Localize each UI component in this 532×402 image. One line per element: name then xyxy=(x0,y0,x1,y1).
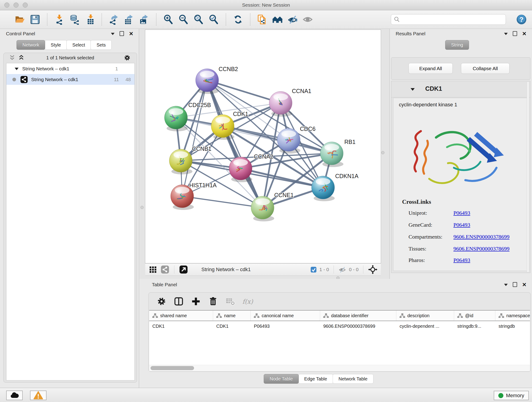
panel-close-icon[interactable]: ✕ xyxy=(129,32,133,36)
hide-selected-eye-slash-icon[interactable] xyxy=(287,14,298,25)
maximize-window-button[interactable] xyxy=(23,2,28,7)
add-column-icon[interactable] xyxy=(191,296,201,306)
scrollbar-thumb[interactable] xyxy=(151,366,194,370)
save-session-icon[interactable] xyxy=(30,14,40,25)
network-edge[interactable] xyxy=(207,80,263,208)
network-edge[interactable] xyxy=(182,80,207,196)
network-node-HIST1H1A[interactable]: HIST1H1A xyxy=(171,182,217,210)
selected-checkbox-icon[interactable] xyxy=(310,267,317,273)
gear-icon[interactable] xyxy=(123,54,131,61)
column-type-icon xyxy=(152,313,158,318)
import-network-icon[interactable] xyxy=(54,14,65,25)
panel-close-icon[interactable]: ✕ xyxy=(522,32,526,36)
crosslink-link[interactable]: 9606.ENSP00000378699 xyxy=(453,234,510,240)
minimize-window-button[interactable] xyxy=(13,2,19,7)
tree-expand-icon[interactable] xyxy=(15,67,19,70)
grid-view-icon[interactable] xyxy=(148,265,158,274)
gene-section-header[interactable]: CDK1 xyxy=(391,81,530,97)
tab-node-table[interactable]: Node Table xyxy=(264,374,299,384)
column-header[interactable]: @id xyxy=(454,311,495,321)
tab-string[interactable]: String xyxy=(445,40,469,50)
network-node-RB1[interactable]: RB1 xyxy=(320,139,355,167)
search-input[interactable] xyxy=(391,14,506,25)
panel-menu-icon[interactable] xyxy=(504,283,508,286)
network-list-box: 1 of 1 Network selected String Network –… xyxy=(3,53,137,383)
table-gear-icon[interactable] xyxy=(157,296,167,306)
collapse-all-button[interactable]: Collapse All xyxy=(461,63,510,74)
show-all-eye-icon[interactable] xyxy=(302,14,313,25)
network-graph[interactable]: CCNB2CDC25BCDK1CCNA1CDC6RB1CCNB1CCNA2CDK… xyxy=(145,30,381,263)
zoom-selected-icon[interactable] xyxy=(209,14,219,25)
home-icon[interactable] xyxy=(272,14,283,25)
export-table-icon[interactable] xyxy=(124,14,134,25)
network-badge-icon[interactable] xyxy=(160,265,170,274)
network-node-CDKN1A[interactable]: CDKN1A xyxy=(312,173,359,201)
network-status-dot xyxy=(12,78,16,81)
column-header[interactable]: name xyxy=(213,311,251,321)
tab-select[interactable]: Select xyxy=(66,40,91,50)
network-node-CCNB2[interactable]: CCNB2 xyxy=(196,66,238,94)
tab-network-table[interactable]: Network Table xyxy=(333,374,374,384)
crosslink-link[interactable]: P06493 xyxy=(453,210,470,216)
crosslink-link[interactable]: 9606.ENSP00000378699 xyxy=(453,246,510,252)
tab-sets[interactable]: Sets xyxy=(90,40,112,50)
warning-status-button[interactable] xyxy=(30,390,46,400)
panel-menu-icon[interactable] xyxy=(111,32,114,35)
right-splitter-handle[interactable] xyxy=(381,151,385,154)
clone-network-icon[interactable] xyxy=(257,14,268,25)
detach-view-icon[interactable] xyxy=(179,265,188,274)
network-collection-row[interactable]: String Network – cdk1 1 xyxy=(6,63,134,74)
column-header[interactable]: namespace xyxy=(495,311,530,321)
delete-column-trash-icon[interactable] xyxy=(208,296,218,306)
panel-float-icon[interactable] xyxy=(120,31,124,36)
column-header[interactable]: description xyxy=(396,311,454,321)
panel-float-icon[interactable] xyxy=(513,282,517,287)
import-database-icon[interactable] xyxy=(69,14,80,25)
tab-style[interactable]: Style xyxy=(45,40,67,50)
export-image-icon[interactable] xyxy=(139,14,149,25)
cloud-status-button[interactable] xyxy=(6,390,23,400)
section-collapse-icon[interactable] xyxy=(411,88,415,91)
table-horizontal-scrollbar[interactable] xyxy=(149,365,530,371)
panel-menu-icon[interactable] xyxy=(504,32,508,35)
refresh-icon[interactable] xyxy=(233,14,243,25)
network-view-canvas[interactable]: CCNB2CDC25BCDK1CCNA1CDC6RB1CCNB1CCNA2CDK… xyxy=(145,30,381,263)
panel-float-icon[interactable] xyxy=(513,31,517,36)
function-builder-icon[interactable]: f(x) xyxy=(242,298,253,305)
export-network-icon[interactable] xyxy=(109,14,119,25)
gene-details-body: cyclin-dependent kinase 1 CrossLinks xyxy=(393,98,528,271)
tab-edge-table[interactable]: Edge Table xyxy=(298,374,333,384)
memory-button[interactable]: Memory xyxy=(494,391,529,400)
zoom-in-icon[interactable] xyxy=(163,14,174,25)
tab-network[interactable]: Network xyxy=(17,40,45,50)
node-label: CDC6 xyxy=(300,126,316,132)
column-header[interactable]: shared name xyxy=(149,311,213,321)
show-columns-icon[interactable] xyxy=(174,296,184,306)
import-table-icon[interactable] xyxy=(84,14,95,25)
column-header[interactable]: canonical name xyxy=(251,311,320,321)
svg-text:?: ? xyxy=(519,16,524,23)
help-icon[interactable]: ? xyxy=(516,14,527,25)
zoom-out-icon[interactable] xyxy=(178,14,189,25)
hidden-eye-slash-icon[interactable] xyxy=(338,266,346,274)
crosslink-link[interactable]: P06493 xyxy=(453,257,470,263)
network-row-selected[interactable]: String Network – cdk1 11 48 xyxy=(6,74,134,85)
column-type-icon xyxy=(498,313,504,318)
expand-all-button[interactable]: Expand All xyxy=(409,63,453,74)
node-label: RB1 xyxy=(344,139,355,145)
results-scrollbar[interactable] xyxy=(527,82,529,272)
birdseye-crosshair-icon[interactable] xyxy=(368,265,378,274)
delete-table-icon[interactable] xyxy=(225,296,235,306)
table-row[interactable]: CDK1 CDK1 P06493 9606.ENSP00000378699 cy… xyxy=(149,321,530,331)
zoom-fit-icon[interactable] xyxy=(193,14,204,25)
network-edge[interactable] xyxy=(182,196,263,208)
network-node-CDC6[interactable]: CDC6 xyxy=(277,126,316,153)
left-splitter-handle[interactable] xyxy=(140,206,144,209)
panel-close-icon[interactable]: ✕ xyxy=(522,283,526,287)
network-node-CCNA1[interactable]: CCNA1 xyxy=(269,88,311,117)
crosslink-link[interactable]: P06493 xyxy=(453,222,470,228)
close-window-button[interactable] xyxy=(4,2,9,7)
open-session-icon[interactable] xyxy=(15,14,25,25)
node-label: CDK1 xyxy=(233,111,248,117)
column-header[interactable]: database identifier xyxy=(320,311,396,321)
